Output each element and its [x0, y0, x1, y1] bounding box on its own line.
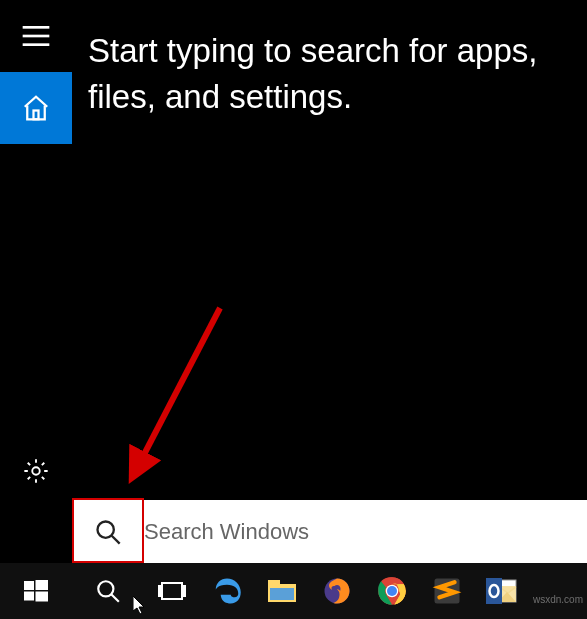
svg-rect-19: [270, 588, 294, 600]
svg-rect-3: [34, 111, 39, 120]
search-home-panel: Start typing to search for apps, files, …: [72, 0, 587, 500]
windows-logo-icon: [24, 579, 48, 603]
svg-point-12: [98, 581, 113, 596]
search-icon: [95, 578, 121, 604]
sublime-icon: [432, 576, 462, 606]
taskbar-firefox-button[interactable]: [309, 563, 364, 619]
task-view-icon: [158, 580, 186, 602]
svg-point-23: [387, 586, 397, 596]
search-icon: [94, 518, 122, 546]
taskbar-taskview-button[interactable]: [144, 563, 199, 619]
svg-rect-0: [23, 26, 50, 29]
svg-rect-11: [36, 592, 49, 602]
chrome-icon: [377, 576, 407, 606]
svg-point-4: [32, 467, 39, 474]
svg-line-13: [111, 594, 118, 601]
search-hint-text: Start typing to search for apps, files, …: [88, 28, 571, 120]
taskbar-outlook-button[interactable]: [474, 563, 529, 619]
cortana-sidebar: [0, 0, 72, 563]
svg-rect-18: [268, 580, 280, 586]
svg-rect-1: [23, 35, 50, 38]
home-icon: [21, 93, 51, 123]
taskbar-search-button[interactable]: [72, 563, 144, 619]
taskbar: [0, 563, 587, 619]
search-icon-container: [72, 500, 144, 563]
svg-rect-16: [183, 586, 186, 596]
svg-rect-14: [162, 583, 182, 599]
firefox-icon: [322, 576, 352, 606]
svg-rect-2: [23, 43, 50, 46]
search-input[interactable]: [144, 500, 587, 563]
taskbar-chrome-button[interactable]: [364, 563, 419, 619]
home-button[interactable]: [0, 72, 72, 144]
taskbar-sublime-button[interactable]: [419, 563, 474, 619]
taskbar-start-button[interactable]: [0, 563, 72, 619]
hamburger-button[interactable]: [0, 0, 72, 72]
svg-rect-10: [24, 592, 34, 601]
search-box[interactable]: [72, 500, 587, 563]
folder-icon: [267, 578, 297, 604]
svg-rect-15: [158, 586, 161, 596]
svg-point-6: [98, 521, 114, 537]
taskbar-edge-button[interactable]: [199, 563, 254, 619]
svg-rect-9: [36, 580, 49, 590]
settings-button[interactable]: [0, 435, 72, 507]
gear-icon: [22, 457, 50, 485]
outlook-icon: [486, 576, 518, 606]
watermark: wsxdn.com: [533, 594, 583, 605]
taskbar-explorer-button[interactable]: [254, 563, 309, 619]
svg-line-7: [112, 535, 120, 543]
hamburger-icon: [22, 26, 50, 46]
edge-icon: [212, 576, 242, 606]
svg-rect-8: [24, 581, 34, 590]
